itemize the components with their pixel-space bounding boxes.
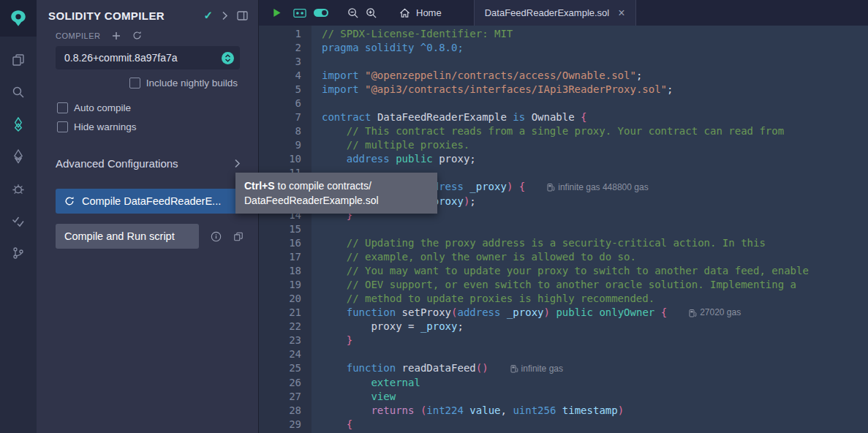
editor-toolbar: Home DataFeedReaderExample.sol × (259, 0, 868, 26)
code-lines: 1// SPDX-License-Identifier: MIT2pragma … (259, 26, 868, 433)
code-line-26[interactable]: 26 external (259, 376, 868, 390)
check-icon: ✓ (203, 9, 213, 22)
gas-estimate-badge: 27020 gas (689, 306, 741, 320)
tab-home[interactable]: Home (389, 0, 452, 26)
line-number: 23 (259, 334, 301, 347)
line-number: 7 (259, 110, 301, 124)
code-line-3[interactable]: 3 (259, 55, 868, 69)
file-explorer-icon[interactable] (0, 44, 37, 76)
code-line-7[interactable]: 7contract DataFeedReaderExample is Ownab… (259, 110, 868, 124)
tab-datafeedreaderexample-sol[interactable]: DataFeedReaderExample.sol × (474, 0, 636, 26)
pin-panel-icon[interactable] (237, 11, 248, 20)
line-number: 4 (259, 69, 301, 83)
unit-testing-icon[interactable] (0, 205, 37, 237)
code-line-24[interactable]: 24 (259, 347, 868, 361)
include-nightly-checkbox[interactable] (129, 78, 140, 89)
gas-estimate-badge: infinite gas 448800 gas (547, 181, 648, 195)
advanced-configurations-label: Advanced Configurations (56, 157, 178, 170)
tab-file-label: DataFeedReaderExample.sol (485, 7, 610, 18)
line-number: 28 (259, 404, 301, 418)
code-line-16[interactable]: 16 // Updating the proxy address is a se… (259, 236, 868, 250)
tab-home-label: Home (416, 7, 442, 18)
code-line-28[interactable]: 28 returns (int224 value, uint256 timest… (259, 404, 868, 418)
code-line-19[interactable]: 19 // OEV support, or even switch to ano… (259, 278, 868, 292)
include-nightly-label: Include nightly builds (146, 78, 238, 89)
code-line-1[interactable]: 1// SPDX-License-Identifier: MIT (259, 27, 868, 41)
editor-area: Home DataFeedReaderExample.sol × 1// SPD… (259, 0, 868, 433)
line-number: 1 (259, 27, 301, 41)
code-line-29[interactable]: 29 { (259, 418, 868, 432)
line-number: 29 (259, 418, 301, 432)
solidity-compiler-panel: SOLIDITY COMPILER ✓ COMPILER 0.8.26+comm… (37, 0, 259, 433)
chevron-right-icon (234, 159, 241, 168)
code-line-22[interactable]: 22 proxy = _proxy; (259, 320, 868, 334)
toggle-icon[interactable] (313, 8, 329, 18)
compiler-version-select[interactable]: 0.8.26+commit.8a97fa7a (56, 46, 240, 69)
line-number: 10 (259, 152, 301, 166)
code-line-5[interactable]: 5import "@api3/contracts/interfaces/IApi… (259, 83, 868, 97)
code-line-25[interactable]: 25 function readDataFeed()infinite gas (259, 361, 868, 376)
code-line-20[interactable]: 20 // method to update proxies is highly… (259, 292, 868, 306)
hide-warnings-checkbox[interactable] (57, 121, 68, 132)
code-line-18[interactable]: 18 // You may want to update your proxy … (259, 264, 868, 278)
line-number: 26 (259, 376, 301, 390)
line-number: 22 (259, 320, 301, 334)
compile-and-run-button[interactable]: Compile and Run script (56, 224, 199, 249)
code-line-2[interactable]: 2pragma solidity ^0.8.0; (259, 41, 868, 55)
chevron-right-icon[interactable] (222, 11, 228, 20)
activity-bar (0, 0, 37, 433)
info-icon[interactable] (211, 231, 222, 242)
close-tab-icon[interactable]: × (618, 7, 624, 19)
compile-button[interactable]: Compile DataFeedReaderE... (56, 189, 244, 214)
auto-compile-label: Auto compile (74, 102, 131, 113)
line-number: 15 (259, 222, 301, 236)
add-icon[interactable] (112, 31, 121, 40)
code-line-27[interactable]: 27 view (259, 390, 868, 404)
zoom-in-icon[interactable] (365, 7, 377, 19)
hide-warnings-label: Hide warnings (74, 121, 137, 132)
code-line-10[interactable]: 10 address public proxy; (259, 152, 868, 166)
code-line-21[interactable]: 21 function setProxy(address _proxy) pub… (259, 306, 868, 320)
search-icon[interactable] (0, 76, 37, 108)
line-number: 2 (259, 41, 301, 55)
code-line-17[interactable]: 17 // example, only the owner is allowed… (259, 250, 868, 264)
git-icon[interactable] (0, 237, 37, 269)
code-line-6[interactable]: 6 (259, 97, 868, 110)
code-editor[interactable]: 1// SPDX-License-Identifier: MIT2pragma … (259, 26, 868, 433)
line-number: 3 (259, 55, 301, 69)
compiler-section-row: COMPILER (37, 31, 258, 40)
line-number: 21 (259, 306, 301, 320)
line-number: 8 (259, 124, 301, 138)
code-line-23[interactable]: 23 } (259, 334, 868, 347)
tooltip-line2: DataFeedReaderExample.sol (244, 193, 429, 208)
home-icon (399, 8, 410, 18)
code-line-9[interactable]: 9 // multiple proxies. (259, 138, 868, 152)
remix-logo[interactable] (0, 0, 37, 37)
code-line-15[interactable]: 15 (259, 222, 868, 236)
copy-icon[interactable] (233, 231, 244, 242)
code-line-8[interactable]: 8 // This contract reads from a single p… (259, 124, 868, 138)
line-number: 9 (259, 138, 301, 152)
line-number: 16 (259, 236, 301, 250)
tooltip-shortcut: Ctrl+S (244, 180, 275, 192)
compile-and-run-row: Compile and Run script (37, 224, 258, 249)
panel-header: SOLIDITY COMPILER ✓ (37, 0, 258, 22)
zoom-out-icon[interactable] (347, 7, 359, 19)
run-script-icon[interactable] (271, 7, 282, 18)
compile-button-label: Compile DataFeedReaderE... (82, 195, 221, 207)
version-select-arrows-icon (222, 52, 234, 64)
include-nightly-row: Include nightly builds (37, 78, 258, 89)
compile-and-run-label: Compile and Run script (64, 230, 175, 242)
line-number: 27 (259, 390, 301, 404)
solidity-compiler-icon[interactable] (0, 108, 37, 140)
line-number: 20 (259, 292, 301, 306)
record-icon[interactable] (293, 8, 306, 18)
reload-icon[interactable] (132, 31, 142, 40)
auto-compile-checkbox[interactable] (57, 102, 68, 113)
tooltip-line1: Ctrl+S to compile contracts/ (244, 178, 429, 193)
advanced-configurations-toggle[interactable]: Advanced Configurations (37, 157, 258, 170)
compiler-version-value: 0.8.26+commit.8a97fa7a (64, 52, 178, 64)
code-line-4[interactable]: 4import "@openzeppelin/contracts/access/… (259, 69, 868, 83)
debugger-icon[interactable] (0, 173, 37, 205)
deploy-and-run-icon[interactable] (0, 140, 37, 173)
